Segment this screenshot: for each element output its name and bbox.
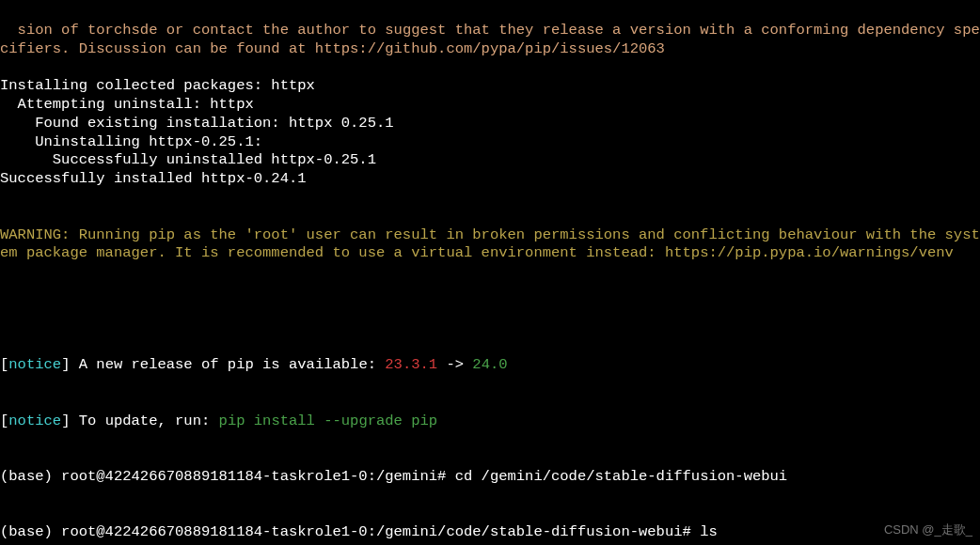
shell-command: ls: [700, 523, 718, 540]
pip-upgrade-cmd: pip install --upgrade pip: [219, 413, 438, 429]
notice-line-2: [notice] To update, run: pip install --u…: [0, 413, 980, 431]
pip-old-version: 23.3.1: [385, 356, 437, 373]
prompt-line-cd: (base) root@422426670889181184-taskrole1…: [0, 468, 980, 487]
install-line: Successfully uninstalled httpx-0.25.1: [0, 151, 980, 170]
install-line: Uninstalling httpx-0.25.1:: [0, 133, 980, 152]
prompt-line-ls: (base) root@422426670889181184-taskrole1…: [0, 523, 980, 542]
install-line: Attempting uninstall: httpx: [0, 96, 980, 115]
pip-new-version: 24.0: [472, 356, 507, 373]
terminal-output[interactable]: sion of torchsde or contact the author t…: [0, 3, 980, 545]
blank-line: [0, 301, 980, 319]
notice-line-1: [notice] A new release of pip is availab…: [0, 356, 980, 375]
notice-label: notice: [8, 356, 61, 373]
shell-command: cd /gemini/code/stable-diffusion-webui: [455, 468, 787, 485]
install-line: Found existing installation: httpx 0.25.…: [0, 115, 980, 133]
dep-warning-url: https://github.com/pypa/pip/issues/12063: [315, 40, 665, 57]
notice-label: notice: [8, 413, 61, 429]
shell-prompt: (base) root@422426670889181184-taskrole1…: [0, 468, 455, 485]
install-line: Successfully installed httpx-0.24.1: [0, 170, 980, 189]
shell-prompt: (base) root@422426670889181184-taskrole1…: [0, 523, 700, 540]
root-warning: WARNING: Running pip as the 'root' user …: [0, 226, 980, 264]
install-lines: Installing collected packages: httpx Att…: [0, 77, 980, 189]
root-warning-url: https://pip.pypa.io/warnings/venv: [665, 244, 954, 261]
install-line: Installing collected packages: httpx: [0, 77, 980, 96]
watermark: CSDN @_走歌_: [884, 521, 972, 539]
